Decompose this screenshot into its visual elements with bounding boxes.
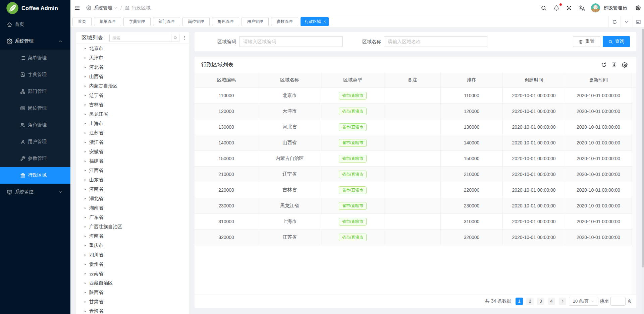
tree-node[interactable]: 安徽省 xyxy=(76,147,189,156)
tree-node[interactable]: 青海省 xyxy=(76,307,189,314)
sidebar-subitem[interactable]: 菜单管理 xyxy=(0,50,70,66)
caret-right-icon[interactable] xyxy=(84,310,87,313)
reset-button[interactable]: 重置 xyxy=(573,36,600,47)
caret-right-icon[interactable] xyxy=(84,263,87,266)
caret-right-icon[interactable] xyxy=(84,141,87,144)
fullscreen-icon[interactable] xyxy=(566,5,572,11)
sidebar-subitem[interactable]: 部门管理 xyxy=(0,83,70,100)
caret-right-icon[interactable] xyxy=(84,66,87,69)
page-size-select[interactable]: 10 条/页 xyxy=(569,297,598,306)
caret-right-icon[interactable] xyxy=(84,254,87,256)
sidebar-group-system[interactable]: 系统管理 xyxy=(0,33,70,50)
table-row[interactable]: 110000 北京市 省市/直辖市 110000 2020-10-01 00:0… xyxy=(195,88,636,104)
sidebar-subitem[interactable]: 用户管理 xyxy=(0,133,70,150)
page-button[interactable]: 2 xyxy=(526,298,534,305)
tab[interactable]: 行政区域 xyxy=(301,17,329,26)
table-row[interactable]: 220000 吉林省 省市/直辖市 220000 2020-10-01 00:0… xyxy=(195,182,636,198)
tree-node[interactable]: 海南省 xyxy=(76,232,189,241)
caret-right-icon[interactable] xyxy=(84,94,87,97)
caret-right-icon[interactable] xyxy=(84,57,87,59)
tree-node[interactable]: 河南省 xyxy=(76,185,189,194)
tree-node[interactable]: 福建省 xyxy=(76,156,189,166)
sidebar-subitem[interactable]: 行政区域 xyxy=(0,167,70,184)
avatar[interactable] xyxy=(591,3,600,12)
caret-right-icon[interactable] xyxy=(84,235,87,238)
tree-node[interactable]: 浙江省 xyxy=(76,138,189,147)
page-scrollbar-thumb[interactable] xyxy=(642,29,644,267)
refresh-tab-button[interactable] xyxy=(608,16,621,27)
tree-node[interactable]: 湖北省 xyxy=(76,194,189,203)
tree-search-button[interactable] xyxy=(171,34,179,42)
table-header-cell[interactable]: 排序 xyxy=(441,73,503,87)
tree-node[interactable]: 江西省 xyxy=(76,166,189,175)
caret-right-icon[interactable] xyxy=(84,216,87,219)
tab[interactable]: 部门管理 xyxy=(153,17,180,26)
table-header-cell[interactable]: 区域名称 xyxy=(258,73,321,87)
caret-right-icon[interactable] xyxy=(84,113,87,116)
tree-node[interactable]: 陕西省 xyxy=(76,288,189,297)
caret-right-icon[interactable] xyxy=(84,169,87,172)
caret-right-icon[interactable] xyxy=(84,150,87,153)
caret-right-icon[interactable] xyxy=(84,207,87,209)
tree-node[interactable]: 湖南省 xyxy=(76,203,189,213)
caret-right-icon[interactable] xyxy=(84,188,87,191)
tree-node[interactable]: 贵州省 xyxy=(76,260,189,269)
search-button[interactable]: 查询 xyxy=(603,36,630,47)
table-header-cell[interactable]: 创建时间 xyxy=(503,73,565,87)
tab[interactable]: 角色管理 xyxy=(212,17,239,26)
tree-node[interactable]: 天津市 xyxy=(76,53,189,63)
sidebar-subitem[interactable]: 字典管理 xyxy=(0,66,70,83)
caret-right-icon[interactable] xyxy=(84,244,87,247)
tree-node[interactable]: 云南省 xyxy=(76,269,189,278)
caret-right-icon[interactable] xyxy=(84,197,87,200)
tab[interactable]: 岗位管理 xyxy=(182,17,210,26)
tree-node[interactable]: 西藏自治区 xyxy=(76,278,189,288)
caret-right-icon[interactable] xyxy=(84,179,87,181)
username[interactable]: 超级管理员 xyxy=(603,5,627,11)
table-row[interactable]: 130000 河北省 省市/直辖市 130000 2020-10-01 00:0… xyxy=(195,119,636,135)
region-name-input[interactable] xyxy=(384,36,487,47)
gear-icon[interactable] xyxy=(622,62,628,68)
kebab-icon[interactable] xyxy=(182,36,187,40)
close-icon[interactable] xyxy=(323,20,326,23)
notification-bell[interactable] xyxy=(553,5,559,11)
tree-node[interactable]: 广西壮族自治区 xyxy=(76,222,189,232)
caret-right-icon[interactable] xyxy=(84,47,87,50)
sidebar-group-monitor[interactable]: 系统监控 xyxy=(0,184,70,200)
column-height-icon[interactable] xyxy=(611,62,617,68)
page-button[interactable]: 4 xyxy=(548,298,555,305)
region-code-input[interactable] xyxy=(239,36,343,47)
table-header-cell[interactable]: 备注 xyxy=(384,73,441,87)
caret-right-icon[interactable] xyxy=(84,282,87,285)
gear-icon[interactable] xyxy=(636,5,641,10)
search-icon[interactable] xyxy=(541,5,547,11)
table-row[interactable]: 310000 上海市 省市/直辖市 310000 2020-10-01 00:0… xyxy=(195,214,636,230)
table-header-cell[interactable]: 区域类型 xyxy=(321,73,384,87)
tree-node[interactable]: 四川省 xyxy=(76,250,189,260)
refresh-icon[interactable] xyxy=(601,62,607,68)
table-row[interactable]: 210000 辽宁省 省市/直辖市 210000 2020-10-01 00:0… xyxy=(195,167,636,182)
translate-icon[interactable] xyxy=(579,5,585,11)
caret-right-icon[interactable] xyxy=(84,160,87,163)
next-page-button[interactable] xyxy=(559,298,566,305)
tree-node[interactable]: 黑龙江省 xyxy=(76,110,189,119)
tree-node[interactable]: 山西省 xyxy=(76,72,189,81)
menu-fold-icon[interactable] xyxy=(74,5,80,11)
caret-right-icon[interactable] xyxy=(84,291,87,294)
sidebar-subitem[interactable]: 岗位管理 xyxy=(0,100,70,117)
breadcrumb-section[interactable]: 系统管理 xyxy=(94,5,112,11)
tabs-menu-button[interactable] xyxy=(621,16,633,27)
sidebar-subitem[interactable]: 角色管理 xyxy=(0,117,70,133)
table-header-cell[interactable]: 更新时间 xyxy=(565,73,632,87)
table-row[interactable]: 230000 黑龙江省 省市/直辖市 230000 2020-10-01 00:… xyxy=(195,198,636,214)
table-row[interactable]: 140000 山西省 省市/直辖市 140000 2020-10-01 00:0… xyxy=(195,135,636,151)
caret-right-icon[interactable] xyxy=(84,226,87,228)
tree-node[interactable]: 北京市 xyxy=(76,44,189,53)
tree-node[interactable]: 吉林省 xyxy=(76,100,189,110)
tree-search-input[interactable] xyxy=(110,34,171,42)
tree-node[interactable]: 甘肃省 xyxy=(76,297,189,307)
page-button[interactable]: 3 xyxy=(537,298,544,305)
caret-right-icon[interactable] xyxy=(84,85,87,87)
page-button[interactable]: 1 xyxy=(516,298,523,305)
maximize-button[interactable] xyxy=(633,16,644,27)
